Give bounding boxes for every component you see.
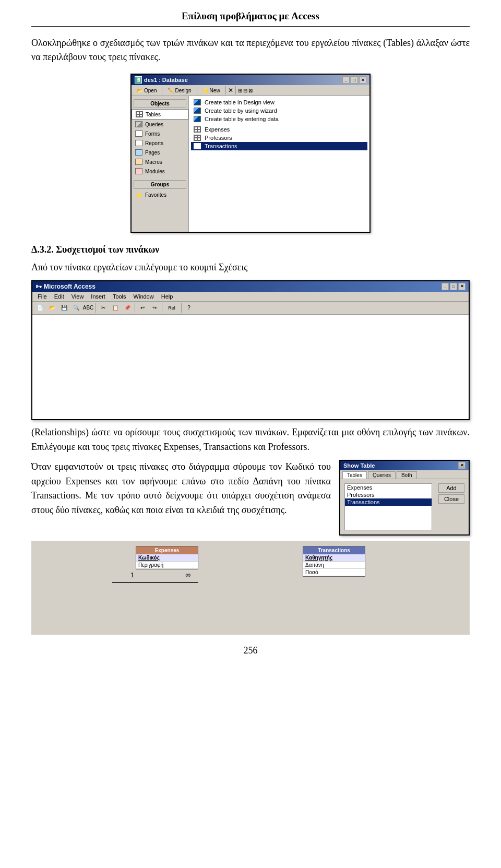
dialog-list: Expenses Professors Transactions	[344, 483, 432, 530]
open-label: Open	[144, 88, 157, 93]
menu-tools[interactable]: Tools	[110, 292, 129, 301]
spell-btn[interactable]: ABC	[82, 303, 94, 313]
new-doc-btn[interactable]: 📄	[34, 303, 46, 313]
sidebar-item-pages[interactable]: Pages	[132, 148, 188, 157]
pages-icon	[135, 149, 143, 156]
section-heading: Δ.3.2. Συσχετισμοί των πινάκων	[31, 244, 470, 255]
ms-minimize-btn[interactable]: _	[442, 283, 449, 290]
ms-menubar: File Edit View Insert Tools Window Help	[32, 292, 469, 302]
body-text-1: Από τον πίνακα εργαλείων επιλέγουμε το κ…	[31, 260, 470, 275]
open-file-btn[interactable]: 📂	[46, 303, 58, 313]
create-wizard-icon	[193, 107, 201, 114]
dialog-close-btn[interactable]: ✕	[458, 462, 466, 469]
transactions-field-dapani: Δαπάνη	[303, 562, 365, 569]
expenses-table-item[interactable]: Expenses	[191, 125, 367, 134]
db-sidebar: Objects Tables Queries	[132, 96, 189, 232]
open-button[interactable]: 📂 Open	[134, 87, 160, 94]
toolbar-sep-4	[235, 86, 236, 94]
layout-icon: ⊟	[243, 88, 247, 93]
create-data-item[interactable]: Create table by entering data	[191, 115, 367, 123]
dialog-action-buttons: Add Close	[436, 481, 467, 532]
pages-label: Pages	[145, 150, 160, 156]
intro-paragraph: Ολοκληρώθηκε ο σχεδιασμός των τριών πινά…	[31, 36, 470, 64]
dialog-tab-tables[interactable]: Tables	[342, 471, 367, 479]
sidebar-item-favorites[interactable]: ⭐ Favorites	[132, 190, 188, 199]
queries-label: Queries	[145, 122, 163, 127]
dialog-item-expenses[interactable]: Expenses	[345, 484, 432, 491]
show-table-dialog-col: Show Table ✕ Tables Queries Both Expense…	[339, 460, 470, 536]
dialog-item-transactions[interactable]: Transactions	[345, 498, 432, 506]
page-number: 256	[31, 645, 470, 656]
sidebar-item-forms[interactable]: Forms	[132, 129, 188, 138]
add-button[interactable]: Add	[438, 483, 464, 493]
tables-icon	[135, 111, 144, 118]
cut-btn[interactable]: ✂	[98, 303, 109, 313]
transactions-table-item[interactable]: Transactions	[191, 142, 367, 150]
dialog-item-professors[interactable]: Professors	[345, 491, 432, 498]
menu-view[interactable]: View	[68, 292, 87, 301]
professors-table-icon	[193, 134, 201, 141]
relationships-btn[interactable]: Rel	[164, 303, 180, 313]
professors-table-label: Professors	[205, 135, 232, 141]
sidebar-item-reports[interactable]: Reports	[132, 138, 188, 148]
create-items-group: Create table in Design view Create table…	[191, 98, 367, 123]
queries-icon	[135, 121, 143, 128]
reports-icon	[135, 139, 143, 147]
transactions-table-title: Transactions	[303, 546, 365, 554]
forms-icon	[135, 130, 143, 137]
groups-section: Groups	[134, 180, 186, 189]
design-button[interactable]: ✏️ Design	[164, 87, 194, 94]
create-design-item[interactable]: Create table in Design view	[191, 98, 367, 106]
sidebar-item-queries[interactable]: Queries	[132, 120, 188, 129]
ms-restore-btn[interactable]: □	[450, 283, 457, 290]
menu-help[interactable]: Help	[158, 292, 176, 301]
sidebar-item-tables[interactable]: Tables	[132, 109, 188, 120]
body-text-3: Όταν εμφανιστούν οι τρεις πίνακες στο δι…	[31, 460, 331, 518]
menu-edit[interactable]: Edit	[51, 292, 67, 301]
close-btn[interactable]: ✕	[359, 76, 366, 84]
create-design-icon	[193, 99, 201, 106]
toolbar-sep-3	[225, 86, 226, 94]
search-btn[interactable]: 🔍	[70, 303, 82, 313]
menu-file[interactable]: File	[34, 292, 50, 301]
minimize-btn[interactable]: _	[342, 76, 350, 84]
titlebar-left: 🗄 des1 : Database	[135, 76, 188, 84]
db-toolbar: 📂 Open ✏️ Design ⭐ New ✕ ⊞ ⊟ ⊠	[132, 85, 369, 96]
menu-window[interactable]: Window	[130, 292, 157, 301]
ms-access-titlebar-btns: _ □ ✕	[442, 283, 466, 290]
dialog-tabs: Tables Queries Both	[340, 470, 469, 479]
help-btn[interactable]: ?	[183, 303, 195, 313]
copy-btn[interactable]: 📋	[110, 303, 121, 313]
maximize-btn[interactable]: □	[351, 76, 358, 84]
redo-btn[interactable]: ↪	[149, 303, 160, 313]
access-db-window: 🗄 des1 : Database _ □ ✕ 📂 Open ✏️	[130, 74, 371, 233]
db-window-titlebar: 🗄 des1 : Database _ □ ✕	[132, 75, 369, 85]
professors-table-item[interactable]: Professors	[191, 134, 367, 142]
sidebar-item-macros[interactable]: Macros	[132, 157, 188, 167]
new-label: New	[210, 88, 220, 93]
sidebar-item-modules[interactable]: Modules	[132, 167, 188, 176]
favorites-label: Favorites	[145, 192, 166, 198]
dialog-tab-both[interactable]: Both	[397, 471, 417, 479]
body-text-col: Όταν εμφανιστούν οι τρεις πίνακες στο δι…	[31, 460, 331, 518]
dialog-content-row: Expenses Professors Transactions Add Clo…	[340, 479, 469, 534]
new-button[interactable]: ⭐ New	[199, 87, 223, 94]
undo-btn[interactable]: ↩	[137, 303, 148, 313]
expenses-field-kodikos: Κωδικός	[136, 554, 198, 562]
transactions-table-icon	[193, 142, 201, 150]
create-design-label: Create table in Design view	[205, 99, 275, 105]
db-window-icon: 🗄	[135, 76, 142, 84]
show-table-dialog: Show Table ✕ Tables Queries Both Expense…	[339, 460, 470, 536]
objects-section: Objects	[134, 99, 186, 108]
table-items-group: Expenses Professors Transa	[191, 125, 367, 150]
menu-insert[interactable]: Insert	[88, 292, 109, 301]
favorites-icon: ⭐	[135, 191, 143, 198]
save-btn[interactable]: 💾	[58, 303, 70, 313]
transactions-rel-table: Transactions Καθηγητής Δαπάνη Ποσό	[303, 546, 365, 577]
modules-label: Modules	[145, 169, 165, 174]
close-button[interactable]: Close	[438, 494, 464, 504]
paste-btn[interactable]: 📌	[122, 303, 133, 313]
ms-close-btn[interactable]: ✕	[458, 283, 466, 290]
create-wizard-item[interactable]: Create table by using wizard	[191, 106, 367, 115]
dialog-tab-queries[interactable]: Queries	[368, 471, 396, 479]
